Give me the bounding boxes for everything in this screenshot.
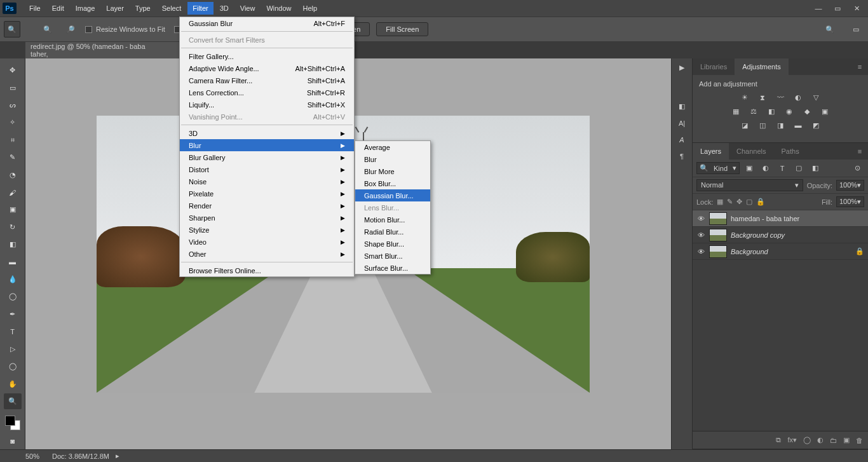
balance-icon[interactable]: ⚖ bbox=[747, 105, 761, 117]
curves-icon[interactable]: 〰 bbox=[773, 92, 787, 103]
menu-file[interactable]: File bbox=[24, 2, 46, 15]
filter-shape-icon[interactable]: ▢ bbox=[792, 163, 806, 174]
visibility-icon[interactable]: 👁 bbox=[696, 231, 705, 239]
close-button[interactable]: ✕ bbox=[848, 2, 865, 15]
panel-menu-icon[interactable]: ≡ bbox=[851, 143, 868, 160]
menu-item[interactable]: Render▶ bbox=[180, 200, 354, 212]
type-tool[interactable]: T bbox=[4, 323, 22, 339]
play-icon[interactable]: ▶ bbox=[679, 64, 684, 72]
tab-layers[interactable]: Layers bbox=[693, 143, 729, 160]
menu-item[interactable]: Filter Gallery... bbox=[180, 50, 354, 62]
selective-color-icon[interactable]: ◩ bbox=[809, 119, 823, 131]
menu-item[interactable]: Motion Blur... bbox=[355, 214, 430, 226]
healing-brush-tool[interactable]: ◔ bbox=[4, 166, 22, 182]
menu-item[interactable]: Lens Correction...Shift+Ctrl+R bbox=[180, 86, 354, 99]
marquee-tool[interactable]: ▭ bbox=[4, 79, 22, 95]
filter-type-icon[interactable]: T bbox=[775, 163, 789, 174]
magic-wand-tool[interactable]: ✧ bbox=[4, 114, 22, 130]
new-adjustment-icon[interactable]: ◐ bbox=[817, 436, 824, 444]
glyphs-icon[interactable]: A bbox=[679, 136, 684, 144]
menu-item[interactable]: Liquify...Shift+Ctrl+X bbox=[180, 99, 354, 111]
lock-position-icon[interactable]: ✥ bbox=[736, 198, 742, 206]
menu-item[interactable]: Blur More bbox=[355, 165, 430, 177]
zoom-field[interactable]: 50% bbox=[25, 452, 39, 460]
gradient-tool[interactable]: ▬ bbox=[4, 254, 22, 269]
menu-item[interactable]: Box Blur... bbox=[355, 177, 430, 189]
history-brush-tool[interactable]: ↻ bbox=[4, 219, 22, 235]
lock-artboard-icon[interactable]: ▢ bbox=[746, 198, 752, 206]
color-lookup-icon[interactable]: ▣ bbox=[818, 105, 832, 117]
levels-icon[interactable]: ⧗ bbox=[756, 92, 770, 103]
zoom-in-icon[interactable]: 🔍 bbox=[39, 21, 56, 37]
doc-size-field[interactable]: Doc: 3.86M/12.8M▸ bbox=[52, 452, 119, 460]
menu-layer[interactable]: Layer bbox=[101, 2, 129, 15]
brightness-icon[interactable]: ☀ bbox=[738, 92, 752, 103]
color-swatches[interactable] bbox=[4, 414, 22, 431]
menu-item[interactable]: Video▶ bbox=[180, 236, 354, 248]
fill-screen-button[interactable]: Fill Screen bbox=[376, 22, 428, 36]
fill-field[interactable]: 100%▾ bbox=[836, 196, 864, 207]
zoom-tool[interactable]: 🔍 bbox=[4, 393, 22, 409]
tab-channels[interactable]: Channels bbox=[729, 143, 773, 160]
menu-type[interactable]: Type bbox=[130, 2, 156, 15]
menu-item[interactable]: Noise▶ bbox=[180, 175, 354, 187]
menu-edit[interactable]: Edit bbox=[47, 2, 69, 15]
link-layers-icon[interactable]: ⧉ bbox=[776, 436, 781, 444]
eyedropper-tool[interactable]: ✎ bbox=[4, 149, 22, 165]
visibility-icon[interactable]: 👁 bbox=[696, 215, 705, 222]
brush-tool[interactable]: 🖌 bbox=[4, 184, 22, 200]
menu-window[interactable]: Window bbox=[261, 2, 296, 15]
lock-transparent-icon[interactable]: ▦ bbox=[717, 198, 723, 206]
opacity-field[interactable]: 100%▾ bbox=[836, 180, 864, 191]
tab-libraries[interactable]: Libraries bbox=[693, 58, 735, 75]
blur-tool[interactable]: 💧 bbox=[4, 271, 22, 287]
invert-icon[interactable]: ◪ bbox=[738, 119, 752, 131]
pen-tool[interactable]: ✒ bbox=[4, 306, 22, 322]
zoom-out-icon[interactable]: 🔎 bbox=[62, 21, 79, 37]
visibility-icon[interactable]: 👁 bbox=[696, 248, 705, 255]
menu-filter[interactable]: Filter bbox=[187, 2, 213, 15]
menu-3d[interactable]: 3D bbox=[215, 2, 234, 15]
menu-item[interactable]: 3D▶ bbox=[180, 127, 354, 139]
filter-adjust-icon[interactable]: ◐ bbox=[759, 163, 773, 174]
shape-tool[interactable]: ◯ bbox=[4, 358, 22, 374]
menu-item[interactable]: Browse Filters Online... bbox=[180, 264, 354, 276]
lock-all-icon[interactable]: 🔒 bbox=[756, 198, 765, 206]
history-icon[interactable]: ◧ bbox=[679, 102, 685, 111]
paragraph-icon[interactable]: ¶ bbox=[680, 153, 684, 160]
photo-filter-icon[interactable]: ◉ bbox=[782, 105, 796, 117]
menu-help[interactable]: Help bbox=[298, 2, 323, 15]
search-icon[interactable]: 🔍 bbox=[822, 22, 837, 37]
delete-layer-icon[interactable]: 🗑 bbox=[856, 437, 863, 444]
blend-mode-select[interactable]: Normal▾ bbox=[696, 179, 803, 191]
path-select-tool[interactable]: ▷ bbox=[4, 341, 22, 357]
layer-row[interactable]: 👁hamedan - baba taher bbox=[693, 210, 868, 227]
menu-item[interactable]: Other▶ bbox=[180, 248, 354, 260]
menu-item[interactable]: Surface Blur... bbox=[355, 262, 430, 274]
lock-pixels-icon[interactable]: ✎ bbox=[727, 198, 733, 206]
tab-adjustments[interactable]: Adjustments bbox=[735, 58, 789, 75]
panel-menu-icon[interactable]: ≡ bbox=[851, 58, 868, 75]
new-layer-icon[interactable]: ▣ bbox=[843, 436, 850, 444]
new-group-icon[interactable]: 🗀 bbox=[830, 437, 837, 444]
menu-item[interactable]: Sharpen▶ bbox=[180, 212, 354, 224]
workspace-icon[interactable]: ▭ bbox=[848, 21, 864, 37]
exposure-icon[interactable]: ◐ bbox=[791, 92, 805, 103]
bw-icon[interactable]: ◧ bbox=[764, 105, 778, 117]
tool-preset-button[interactable]: 🔍 bbox=[4, 21, 20, 37]
menu-item[interactable]: Pixelate▶ bbox=[180, 187, 354, 200]
hand-tool[interactable]: ✋ bbox=[4, 376, 22, 391]
posterize-icon[interactable]: ◫ bbox=[756, 119, 770, 131]
menu-item[interactable]: Distort▶ bbox=[180, 163, 354, 175]
crop-tool[interactable]: ⌗ bbox=[4, 132, 22, 148]
menu-item[interactable]: Shape Blur... bbox=[355, 238, 430, 250]
add-mask-icon[interactable]: ◯ bbox=[803, 436, 811, 444]
quick-mask-tool[interactable]: ◙ bbox=[4, 433, 22, 449]
lasso-tool[interactable]: ᔕ bbox=[4, 97, 22, 113]
menu-item[interactable]: Gaussian BlurAlt+Ctrl+F bbox=[180, 17, 354, 29]
maximize-button[interactable]: ▭ bbox=[829, 2, 846, 15]
menu-item[interactable]: Blur bbox=[355, 153, 430, 165]
gradient-map-icon[interactable]: ▬ bbox=[791, 119, 805, 131]
fx-icon[interactable]: fx▾ bbox=[787, 436, 797, 444]
character-icon[interactable]: A| bbox=[679, 119, 685, 127]
